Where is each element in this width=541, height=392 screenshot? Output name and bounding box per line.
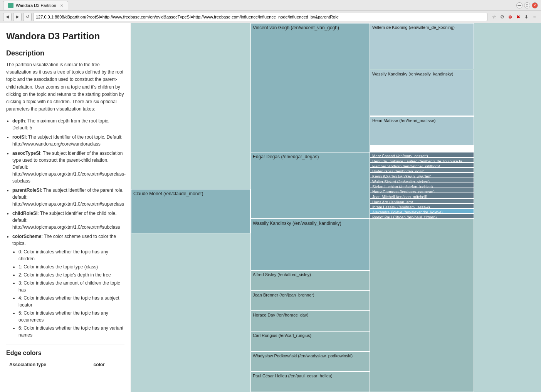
partition-node[interactable]: Hans Arp (/en/jean_arp) [370,198,474,203]
tools-icon[interactable]: ✖ [515,13,522,20]
partition-node-label [370,219,474,221]
close-button[interactable]: ✕ [532,2,538,8]
partition-node-label: Stefan Luchian (/en/stefan_luchian) [370,183,474,188]
param-childrolesi: childRoleSI: The subject identifier of t… [12,210,124,231]
partition-node[interactable]: Horace Day (/en/horace_day) [250,311,370,331]
partition-node[interactable]: Paul César Helleu (/en/paul_cesar_helleu… [250,372,370,392]
settings-icon[interactable]: ⚙ [499,13,506,20]
minimize-button[interactable]: — [516,2,523,8]
edge-colors-heading: Edge colors [6,350,124,357]
partition-node-label: Fletcher Sibthorp (/en/fletcher_sibthorp… [370,163,474,168]
partition-node-label: Edgar Degas (/en/edgar_degas) [251,152,370,161]
param-rootsi: rootSI: The subject identifier of the ro… [12,134,124,147]
title-bar: Wandora D3 Partition ✕ — □ ✕ [0,0,541,11]
partition-node-label: Paul César Helleu (/en/paul_cesar_helleu… [251,372,370,380]
edge-colors-header-row: Association type color [6,360,124,369]
partition-node-label: Joan Mitchell (/en/joan_mitchell) [370,193,474,198]
colorscheme-4: 4: Color indicates whether the topic has… [18,295,124,308]
partition-node-label: Horace Day (/en/horace_day) [251,311,370,319]
download-icon[interactable]: ⬇ [523,13,530,20]
partition-node-label: Władysław Podkowński (/en/wladyslaw_podk… [251,352,370,360]
viz-panel[interactable]: Claude Monet (/en/claude_monet)Vincent v… [131,23,541,392]
maximize-button[interactable]: □ [524,2,530,8]
description-heading: Description [6,49,124,57]
partition-node-label: Alexandre Kojève (/en/alexandre_kojeve) [370,209,474,213]
edge-colors-section: Edge colors Association type color [6,345,124,369]
partition-node[interactable]: Stefan Luchian (/en/stefan_luchian) [370,183,474,188]
partition-node-label: Alfred Sisley (/en/alfred_sisley) [251,271,370,279]
partition-node[interactable] [370,219,474,392]
partition-node[interactable]: Joan Mitchell (/en/joan_mitchell) [370,193,474,198]
partition-node-label: Vincent van Gogh (/en/vincent_van_gogh) [251,23,370,32]
nav-bar: ◀ ▶ ↺ ☆ ⚙ ⊗ ✖ ⬇ ≡ [0,11,541,23]
stop-icon[interactable]: ⊗ [507,13,514,20]
param-colorscheme: colorScheme: The color scheme used to co… [12,233,124,338]
partition-node[interactable]: Ibram Lassaw (/en/ibram_lassaw) [370,203,474,208]
partition-node-label: Bryten Goss (/en/bryten_goss) [370,168,474,173]
tab-close-button[interactable]: ✕ [60,3,63,8]
partition-node[interactable]: Fletcher Sibthorp (/en/fletcher_sibthorp… [370,162,474,168]
partition-node[interactable]: Kevin Wasden (/en/kevin_wasden) [370,173,474,178]
partition-node[interactable]: Alfred Sisley (/en/alfred_sisley) [250,270,370,291]
partition-node-label: Kevin Wasden (/en/kevin_wasden) [370,173,474,178]
partition-node[interactable]: Claude Monet (/en/claude_monet) [131,189,250,233]
partition-node-label: Jean Brenner (/en/jean_brenner) [251,291,370,299]
colorscheme-5: 5: Color indicates whether the topic has… [18,310,124,323]
colorscheme-3: 3: Color indicates the amount of childre… [18,280,124,293]
partition-node[interactable]: Carl Rungius (/en/carl_rungius) [250,331,370,352]
col-color: color [91,360,124,369]
partition-node[interactable]: Władysław Podkowński (/en/wladyslaw_podk… [250,352,370,372]
partition-node[interactable]: Jean Brenner (/en/jean_brenner) [250,291,370,311]
partition-node-label: Willem de Kooning (/en/willem_de_kooning… [370,23,474,32]
partition-node[interactable]: Vincent van Gogh (/en/vincent_van_gogh) [250,23,370,152]
page-content: Wandora D3 Partition Description The par… [0,23,541,392]
edge-colors-table: Association type color [6,360,124,369]
colorscheme-1: 1: Color indicates the topic type (class… [18,263,124,270]
window-controls: — □ ✕ [516,2,538,8]
partition-node-label: Claude Monet (/en/claude_monet) [131,189,250,198]
col-assoc-type: Association type [6,360,91,369]
partition-node-label: Walter Sickert (/en/walter_sickert) [370,178,474,183]
partition-node-label: Henri de Toulouse-Lautrec (/en/henri_de_… [370,158,474,162]
partition-node[interactable]: Walter Sickert (/en/walter_sickert) [370,178,474,183]
address-bar[interactable] [33,13,487,21]
left-panel: Wandora D3 Partition Description The par… [0,23,131,392]
partition-node[interactable]: Wassily Kandinsky (/en/wassily_kandinsky… [250,219,370,270]
partition-node-label: Wassily Kandinsky (/en/wassily_kandinsky… [251,219,370,228]
partition-node[interactable]: Edgar Degas (/en/edgar_degas) [250,152,370,218]
partition-node-label: Mary Cassatt (/en/mary_cassatt) [370,152,474,157]
reload-button[interactable]: ↺ [23,13,32,21]
partition-node[interactable]: Wassily Kandinsky (/en/wassily_kandinsky… [370,70,474,116]
param-assoctypesi: assocTypeSI: The subject identifier of t… [12,150,124,184]
partition-node[interactable]: Willem de Kooning (/en/willem_de_kooning… [370,23,474,69]
partition-node[interactable]: Harry Carmean (/en/harry_carmean) [370,188,474,193]
partition-node[interactable]: Henri Matisse (/en/henri_matisse) [370,116,474,146]
partition-node[interactable]: Bryten Goss (/en/bryten_goss) [370,168,474,173]
param-parentrolesi: parentRoleSI: The subject identifier of … [12,187,124,208]
partition-node-label: Wassily Kandinsky (/en/wassily_kandinsky… [370,70,474,78]
colorscheme-6: 6: Color indicates whether the topic has… [18,325,124,338]
browser-window: Wandora D3 Partition ✕ — □ ✕ ◀ ▶ ↺ ☆ ⚙ ⊗… [0,0,541,23]
bookmark-icon[interactable]: ☆ [491,13,497,20]
colorscheme-0: 0: Color indicates whether the topic has… [18,248,124,262]
colorscheme-options: 0: Color indicates whether the topic has… [18,248,124,338]
more-icon[interactable]: ≡ [531,13,538,20]
partition-node[interactable]: Roelof Paul Citroen (/en/paul_citroen) [370,213,474,218]
param-list: depth: The maximum depth from the root t… [12,117,124,338]
tab-title: Wandora D3 Partition [16,3,56,8]
partition-node-label: Roelof Paul Citroen (/en/paul_citroen) [370,214,474,218]
param-depth: depth: The maximum depth from the root t… [12,117,124,131]
partition-node[interactable]: Alexandre Kojève (/en/alexandre_kojeve) [370,208,474,213]
partition-node[interactable]: Henri de Toulouse-Lautrec (/en/henri_de_… [370,157,474,162]
partition-node[interactable]: Mary Cassatt (/en/mary_cassatt) [370,152,474,157]
forward-button[interactable]: ▶ [13,13,22,21]
nav-icons: ☆ ⚙ ⊗ ✖ ⬇ ≡ [491,13,538,20]
viz-container: Claude Monet (/en/claude_monet)Vincent v… [131,23,541,392]
colorscheme-2: 2: Color indicates the topic's depth in … [18,271,124,278]
partition-node-label: Ibram Lassaw (/en/ibram_lassaw) [370,204,474,208]
back-button[interactable]: ◀ [3,13,12,21]
partition-node-label: Hans Arp (/en/jean_arp) [370,199,474,203]
page-title: Wandora D3 Partition [6,31,124,42]
browser-tab[interactable]: Wandora D3 Partition ✕ [3,1,68,10]
tab-favicon [8,3,13,8]
